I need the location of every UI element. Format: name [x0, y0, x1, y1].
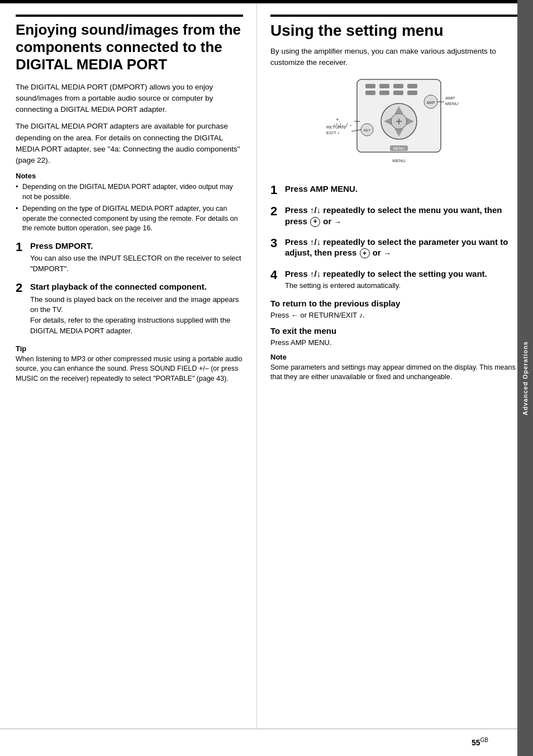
svg-text:MENU: MENU: [393, 147, 405, 150]
svg-text:RET: RET: [364, 129, 370, 132]
svg-text:+,: +,: [336, 117, 340, 122]
left-intro-1: The DIGITAL MEDIA PORT (DMPORT) allows y…: [16, 82, 243, 116]
right-step-2-number: 2: [270, 205, 285, 218]
note-item-2: Depending on the type of DIGITAL MEDIA P…: [16, 204, 243, 234]
left-step-1-content: Press DMPORT. You can also use the INPUT…: [30, 240, 243, 275]
right-step-2-heading: Press ↑/↓ repeatedly to select the menu …: [285, 205, 522, 227]
svg-rect-1: [365, 84, 375, 88]
left-intro-2: The DIGITAL MEDIA PORT adapters are avai…: [16, 121, 243, 166]
left-step-2: 2 Start playback of the connected compon…: [16, 281, 243, 337]
svg-rect-6: [379, 91, 389, 95]
sidebar-label-text: Advanced Operations: [522, 341, 529, 415]
right-note-box: Note Some parameters and settings may ap…: [270, 353, 522, 382]
sidebar-label: Advanced Operations: [517, 0, 533, 756]
svg-text:RETURN/: RETURN/: [326, 125, 346, 130]
to-exit-title: To exit the menu: [270, 326, 522, 336]
right-note-body: Some parameters and settings may appear …: [270, 363, 522, 382]
right-step-1-number: 1: [270, 183, 285, 197]
to-return-title: To return to the previous display: [270, 299, 522, 308]
right-step-2: 2 Press ↑/↓ repeatedly to select the men…: [270, 205, 522, 229]
right-step-1-content: Press AMP MENU.: [285, 183, 522, 196]
left-step-1-heading: Press DMPORT.: [30, 240, 243, 252]
right-step-4-body: The setting is entered automatically.: [285, 281, 522, 291]
svg-text:AMP: AMP: [426, 101, 435, 105]
left-step-2-content: Start playback of the connected componen…: [30, 281, 243, 337]
svg-text:MENU: MENU: [445, 101, 459, 106]
right-step-1-heading: Press AMP MENU.: [285, 183, 522, 195]
svg-rect-2: [379, 84, 389, 88]
svg-text:MENU: MENU: [392, 158, 406, 163]
svg-rect-4: [407, 84, 417, 88]
note-item-1: Depending on the DIGITAL MEDIA PORT adap…: [16, 182, 243, 202]
svg-rect-7: [393, 91, 403, 95]
left-column: Enjoying sound/images from the component…: [0, 3, 257, 729]
left-step-1: 1 Press DMPORT. You can also use the INP…: [16, 240, 243, 275]
right-step-3-content: Press ↑/↓ repeatedly to select the param…: [285, 237, 522, 261]
left-step-1-number: 1: [16, 240, 30, 254]
page-number: 55GB: [472, 737, 488, 747]
svg-text:EXIT ♪: EXIT ♪: [326, 130, 340, 135]
tip-body: When listening to MP3 or other compresse…: [16, 355, 243, 384]
right-section-title: Using the setting menu: [270, 15, 522, 40]
right-step-4-number: 4: [270, 268, 285, 282]
notes-list: Depending on the DIGITAL MEDIA PORT adap…: [16, 182, 243, 234]
notes-section: Notes Depending on the DIGITAL MEDIA POR…: [16, 172, 243, 234]
page-footer: 55GB: [13, 733, 504, 753]
right-note-title: Note: [270, 353, 522, 361]
right-step-1: 1 Press AMP MENU.: [270, 183, 522, 197]
page-container: Enjoying sound/images from the component…: [0, 0, 533, 756]
right-step-4-content: Press ↑/↓ repeatedly to select the setti…: [285, 268, 522, 291]
arrow-right-icon: →: [334, 217, 342, 227]
right-column: Using the setting menu By using the ampl…: [257, 3, 533, 729]
tip-section: Tip When listening to MP3 or other compr…: [16, 344, 243, 384]
right-step-4: 4 Press ↑/↓ repeatedly to select the set…: [270, 268, 522, 291]
bottom-bar: 55GB: [0, 729, 533, 756]
svg-text:AMP: AMP: [445, 96, 455, 101]
left-step-2-heading: Start playback of the connected componen…: [30, 281, 243, 292]
notes-title: Notes: [16, 172, 243, 180]
to-exit-body: Press AMP MENU.: [270, 338, 522, 348]
right-step-3-heading: Press ↑/↓ repeatedly to select the param…: [285, 237, 522, 259]
circle-plus-2-icon: +: [360, 248, 370, 258]
svg-rect-3: [393, 84, 403, 88]
right-step-3: 3 Press ↑/↓ repeatedly to select the par…: [270, 237, 522, 261]
right-step-2-content: Press ↑/↓ repeatedly to select the menu …: [285, 205, 522, 229]
right-step-3-number: 3: [270, 237, 285, 250]
svg-rect-8: [407, 91, 417, 95]
left-step-2-number: 2: [16, 281, 30, 295]
to-return-body: Press ← or RETURN/EXIT ♪.: [270, 310, 522, 320]
bottom-left: 55GB: [0, 729, 517, 756]
svg-rect-5: [365, 91, 375, 95]
right-intro: By using the amplifier menus, you can ma…: [270, 46, 522, 69]
right-step-4-heading: Press ↑/↓ repeatedly to select the setti…: [285, 268, 522, 280]
main-content: Enjoying sound/images from the component…: [0, 3, 533, 729]
circle-plus-icon: +: [310, 217, 320, 227]
diagram-area: AMP RET MENU +, ↑/↓/←/→ AMP MENU: [270, 74, 522, 174]
left-section-title: Enjoying sound/images from the component…: [16, 15, 243, 74]
remote-diagram-svg: AMP RET MENU +, ↑/↓/←/→ AMP MENU: [323, 74, 469, 174]
tip-title: Tip: [16, 344, 243, 353]
left-step-1-body: You can also use the INPUT SELECTOR on t…: [30, 253, 243, 275]
arrow-right-2-icon: →: [383, 248, 391, 258]
left-step-2-body: The sound is played back on the receiver…: [30, 295, 243, 337]
